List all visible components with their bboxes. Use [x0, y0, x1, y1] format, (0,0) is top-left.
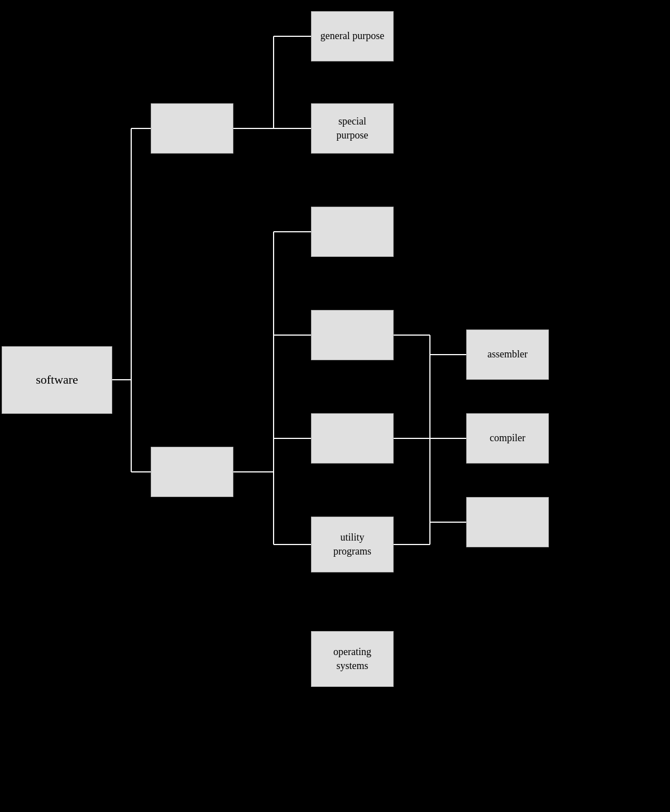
assembler-node: assembler — [466, 329, 549, 380]
system-node — [151, 447, 233, 497]
box4-node — [311, 310, 394, 360]
compiler-node: compiler — [466, 413, 549, 464]
operating-systems-node: operatingsystems — [311, 631, 394, 687]
box3-node — [311, 207, 394, 257]
box5-node — [311, 413, 394, 464]
special-purpose-node: specialpurpose — [311, 103, 394, 154]
utility-programs-node: utilityprograms — [311, 517, 394, 572]
box-right3-node — [466, 497, 549, 547]
applications-node — [151, 103, 233, 154]
software-node: software — [2, 346, 112, 414]
general-purpose-node: general purpose — [311, 11, 394, 61]
